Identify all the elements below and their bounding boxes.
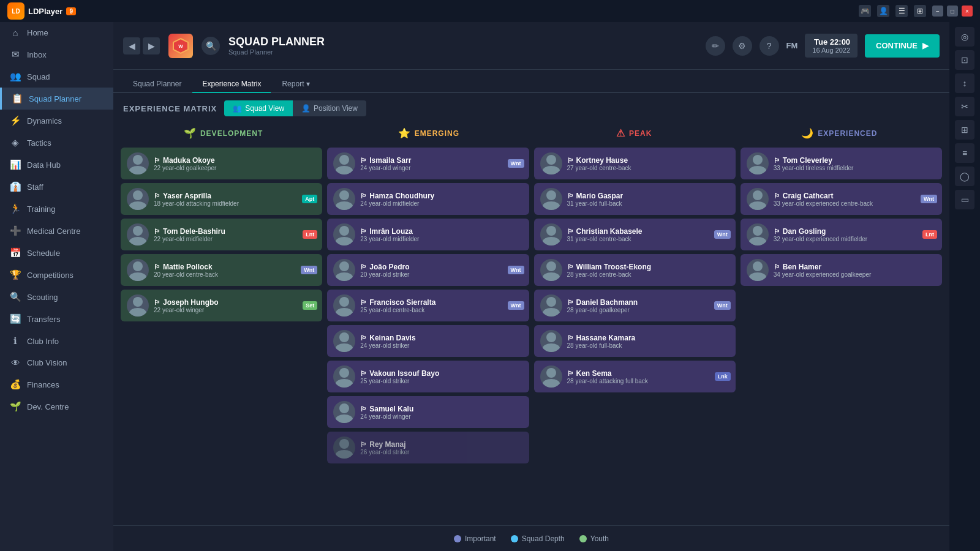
svg-point-12 [339, 155, 349, 165]
player-desc: 24 year-old striker [360, 342, 522, 349]
search-button[interactable]: 🔍 [202, 37, 220, 55]
player-card[interactable]: 🏳Ismaila Sarr 24 year-old winger Wnt [327, 148, 529, 179]
sidebar-item-tactics[interactable]: ◈ Tactics [0, 132, 113, 154]
sidebar-item-data-hub[interactable]: 📊 Data Hub [0, 154, 113, 176]
tab-report[interactable]: Report ▾ [272, 76, 319, 93]
player-card[interactable]: 🏳Dan Gosling 32 year-old experienced mid… [741, 219, 942, 250]
account-icon[interactable]: 👤 [877, 5, 889, 17]
datetime-time: Tue 22:00 [812, 37, 850, 47]
sidebar-label-competitions: Competitions [27, 271, 74, 280]
avatar [333, 401, 355, 423]
svg-point-10 [133, 297, 143, 307]
right-icon-8[interactable]: ▭ [955, 190, 974, 209]
right-icon-2[interactable]: ⊡ [955, 50, 974, 70]
player-name: 🏳Vakoun Issouf Bayo [360, 369, 522, 378]
player-card[interactable]: 🏳Francisco Sierralta 25 year-old centre-… [327, 290, 529, 321]
gamepad-icon[interactable]: 🎮 [859, 5, 871, 17]
forward-button[interactable]: ▶ [143, 37, 160, 54]
sidebar-item-scouting[interactable]: 🔍 Scouting [0, 286, 113, 308]
right-icon-4[interactable]: ✂ [955, 97, 974, 116]
sidebar-item-club-vision[interactable]: 👁 Club Vision [0, 352, 113, 373]
sidebar-item-training[interactable]: 🏃 Training [0, 198, 113, 220]
player-card[interactable]: 🏳Rey Manaj 26 year-old striker [327, 432, 529, 463]
player-card[interactable]: 🏳Hamza Choudhury 24 year-old midfielder [327, 183, 529, 215]
squad-view-button[interactable]: 👥 Squad View [224, 100, 293, 116]
legend-dot-squad-depth [511, 535, 518, 542]
tab-squad-planner[interactable]: Squad Planner [123, 76, 191, 93]
player-card[interactable]: 🏳Hassane Kamara 28 year-old full-back [534, 325, 736, 357]
menu-icon[interactable]: ☰ [895, 5, 908, 17]
staff-icon: 👔 [10, 181, 21, 192]
position-view-label: Position View [314, 104, 358, 113]
right-icon-5[interactable]: ⊞ [955, 120, 974, 140]
svg-point-27 [336, 414, 353, 423]
sidebar-item-squad-planner[interactable]: 📋 Squad Planner [0, 88, 113, 110]
right-icon-3[interactable]: ↕ [955, 73, 974, 93]
sidebar-item-inbox[interactable]: ✉ Inbox [0, 43, 113, 66]
player-info: 🏳Yaser Asprilla 18 year-old attacking mi… [154, 192, 316, 207]
col-header-peak: ⚠ PEAK [534, 124, 734, 143]
player-card[interactable]: 🏳Ken Sema 28 year-old attacking full bac… [534, 361, 736, 392]
player-card[interactable]: 🏳Tom Dele-Bashiru 22 year-old midfielder… [121, 219, 322, 250]
col-header-development: 🌱 DEVELOPMENT [123, 124, 323, 143]
player-card[interactable]: 🏳Yaser Asprilla 18 year-old attacking mi… [121, 183, 322, 215]
avatar [127, 188, 149, 210]
player-card[interactable]: 🏳Mario Gaspar 31 year-old full-back [534, 183, 736, 215]
player-card[interactable]: 🏳Keinan Davis 24 year-old striker [327, 325, 529, 357]
team-badge-svg: W [172, 37, 189, 54]
player-card[interactable]: 🏳Craig Cathcart 33 year-old experienced … [741, 183, 942, 215]
player-card[interactable]: 🏳João Pedro 20 year-old striker Wnt [327, 254, 529, 286]
svg-point-9 [129, 272, 146, 281]
sidebar-label-tactics: Tactics [27, 138, 51, 148]
close-button[interactable]: × [962, 6, 973, 17]
sidebar-item-staff[interactable]: 👔 Staff [0, 176, 113, 198]
back-button[interactable]: ◀ [123, 37, 140, 54]
sidebar-item-transfers[interactable]: 🔄 Transfers [0, 308, 113, 330]
player-card[interactable]: 🏳Christian Kabasele 31 year-old centre-b… [534, 219, 736, 250]
right-icon-1[interactable]: ◎ [955, 27, 974, 47]
minimize-button[interactable]: − [932, 6, 943, 17]
sidebar-item-schedule[interactable]: 📅 Schedule [0, 242, 113, 264]
continue-button[interactable]: CONTINUE ▶ [865, 34, 940, 58]
top-bar-left: LD LDPlayer 9 [7, 2, 76, 20]
maximize-button[interactable]: □ [947, 6, 958, 17]
player-card[interactable]: 🏳Joseph Hungbo 22 year-old winger Set [121, 290, 322, 321]
sidebar-item-club-info[interactable]: ℹ Club Info [0, 330, 113, 352]
player-name: 🏳Christian Kabasele [567, 227, 729, 236]
tab-experience-matrix[interactable]: Experience Matrix [192, 76, 271, 93]
sidebar-item-squad[interactable]: 👥 Squad [0, 66, 113, 88]
player-card[interactable]: 🏳Imrân Louza 23 year-old midfielder [327, 219, 529, 250]
player-card[interactable]: 🏳Kortney Hause 27 year-old centre-back [534, 148, 736, 179]
player-card[interactable]: 🏳Vakoun Issouf Bayo 25 year-old striker [327, 361, 529, 392]
sidebar-item-home[interactable]: ⌂ Home [0, 22, 113, 43]
right-icon-6[interactable]: ≡ [955, 143, 974, 163]
sidebar-item-dev-centre[interactable]: 🌱 Dev. Centre [0, 395, 113, 418]
player-card[interactable]: 🏳Daniel Bachmann 28 year-old goalkeeper … [534, 290, 736, 321]
player-card[interactable]: 🏳William Troost-Ekong 28 year-old centre… [534, 254, 736, 286]
help-icon[interactable]: ? [760, 36, 779, 56]
col-header-peak-label: PEAK [629, 129, 652, 138]
sidebar-item-competitions[interactable]: 🏆 Competitions [0, 264, 113, 286]
edit-icon[interactable]: ✏ [706, 36, 725, 56]
app-name: LDPlayer [28, 7, 62, 16]
position-view-button[interactable]: 👤 Position View [293, 100, 366, 116]
player-card[interactable]: 🏳Maduka Okoye 22 year-old goalkeeper [121, 148, 322, 179]
settings-icon[interactable]: ⚙ [733, 36, 752, 56]
player-card[interactable]: 🏳Mattie Pollock 20 year-old centre-back … [121, 254, 322, 286]
player-card[interactable]: 🏳Ben Hamer 34 year-old experienced goalk… [741, 254, 942, 286]
col-experienced: 🏳Tom Cleverley 33 year-old tireless midf… [741, 148, 942, 286]
competitions-icon: 🏆 [10, 269, 21, 280]
player-card[interactable]: 🏳Tom Cleverley 33 year-old tireless midf… [741, 148, 942, 179]
sidebar-item-finances[interactable]: 💰 Finances [0, 373, 113, 395]
sidebar-item-medical[interactable]: ➕ Medical Centre [0, 220, 113, 242]
avatar [127, 294, 149, 317]
player-name: 🏳Hassane Kamara [567, 334, 729, 342]
svg-point-18 [339, 261, 349, 271]
player-card[interactable]: 🏳Samuel Kalu 24 year-old winger [327, 396, 529, 428]
matrix-label: EXPERIENCE MATRIX [123, 104, 217, 113]
player-nationality: 🏳 [567, 299, 574, 306]
sidebar-item-dynamics[interactable]: ⚡ Dynamics [0, 110, 113, 132]
right-icon-7[interactable]: ◯ [955, 167, 974, 186]
grid-icon[interactable]: ⊞ [914, 5, 926, 17]
player-desc: 24 year-old midfielder [360, 200, 522, 207]
